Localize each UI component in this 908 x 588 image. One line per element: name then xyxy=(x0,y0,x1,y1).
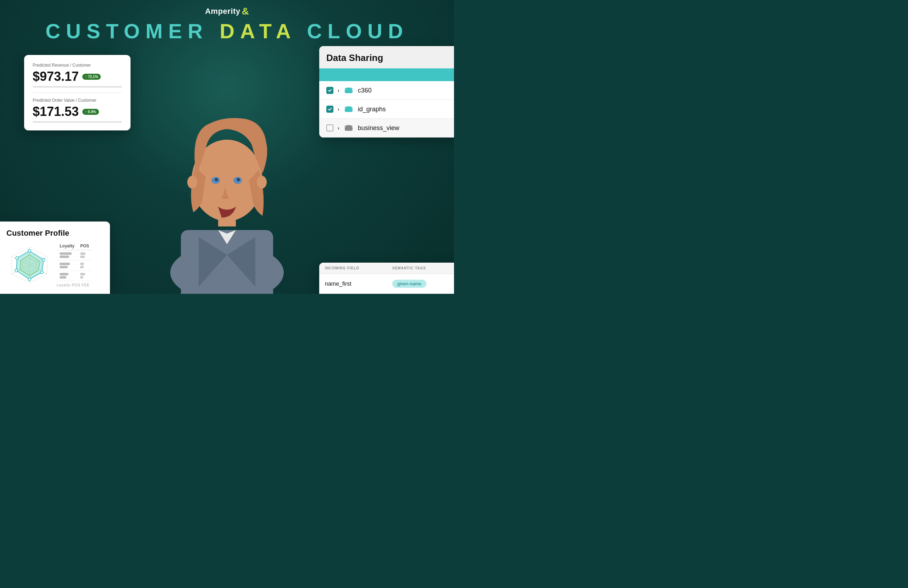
sem-col2: SEMANTIC TAGS xyxy=(386,263,454,274)
revenue-label-2: Predicted Order Value / Customer xyxy=(33,98,122,103)
checkmark-icon-c360 xyxy=(328,88,332,93)
cp-bar-loyalty-2b xyxy=(60,266,68,268)
db-icon-id-graphs xyxy=(344,105,354,113)
cp-col-pos: POS xyxy=(77,242,92,250)
customer-profile-title: Customer Profile xyxy=(6,229,103,238)
svg-point-20 xyxy=(40,271,43,274)
svg-point-7 xyxy=(237,178,240,182)
cp-bar-loyalty-1b xyxy=(60,255,69,258)
header: Amperity & CUSTOMER DATA CLOUD xyxy=(0,0,454,43)
cp-bar-pos-3 xyxy=(80,273,85,275)
svg-point-9 xyxy=(257,176,267,188)
revenue-row-2: $171.53 ↑ 0.4% xyxy=(33,104,122,119)
title-customer: CUSTOMER xyxy=(45,19,208,43)
data-sharing-title: Data Sharing xyxy=(319,46,454,68)
svg-point-21 xyxy=(28,278,31,281)
cp-row-1 xyxy=(57,250,92,260)
person-svg xyxy=(153,60,301,294)
db-icon-business-view xyxy=(344,124,354,132)
ds-row-id-graphs: › id_graphs xyxy=(319,100,454,119)
ds-header-bar xyxy=(319,68,454,81)
logo-ampersand: & xyxy=(242,6,249,16)
revenue-label-1: Predicted Revenue / Customer xyxy=(33,63,122,68)
ds-checkbox-c360[interactable] xyxy=(326,87,333,94)
cp-bar-pos-1 xyxy=(80,252,85,255)
revenue-card: Predicted Revenue / Customer $973.17 ↑ 7… xyxy=(24,55,130,130)
cp-row-2 xyxy=(57,260,92,271)
cp-bar-loyalty-2 xyxy=(60,263,70,265)
cp-bar-pos-2 xyxy=(80,263,84,265)
ds-row-business-view: › business_view xyxy=(319,119,454,138)
main-title: CUSTOMER DATA CLOUD xyxy=(45,19,409,43)
svg-point-6 xyxy=(214,178,218,182)
divider-1 xyxy=(33,93,122,93)
cp-bar-pos-2b xyxy=(80,266,84,268)
customer-profile-table-container: Loyalty POS xyxy=(57,242,103,288)
revenue-row-1: $973.17 ↑ 72.1% xyxy=(33,69,122,84)
svg-point-18 xyxy=(28,249,31,252)
title-cloud: CLOUD xyxy=(307,19,409,43)
ds-label-business-view: business_view xyxy=(358,124,399,132)
ds-checkbox-business-view[interactable] xyxy=(326,124,333,132)
semantic-card: INCOMING FIELD SEMANTIC TAGS name_first … xyxy=(319,263,454,294)
ds-chevron-c360: › xyxy=(338,88,340,93)
svg-point-22 xyxy=(15,269,18,272)
checkmark-icon-id-graphs xyxy=(328,107,332,111)
person-illustration xyxy=(138,53,316,294)
db-icon-c360 xyxy=(344,86,354,95)
svg-point-23 xyxy=(16,257,18,259)
revenue-value-1: $973.17 xyxy=(33,69,79,84)
ds-row-c360: › c360 xyxy=(319,81,454,100)
cp-bar-loyalty-3 xyxy=(60,273,68,275)
cp-bar-pos-3b xyxy=(80,276,83,279)
spider-chart xyxy=(6,242,53,288)
title-data: DATA xyxy=(219,19,295,43)
svg-point-8 xyxy=(187,176,197,188)
customer-profile-content: Loyalty POS xyxy=(6,242,103,288)
cp-bar-loyalty-1 xyxy=(60,252,72,255)
customer-profile-table: Loyalty POS xyxy=(57,242,92,281)
logo-container: Amperity & xyxy=(205,6,249,16)
sem-tag-given-name: given-name xyxy=(392,280,426,288)
ds-chevron-id-graphs: › xyxy=(338,106,340,112)
ds-label-c360: c360 xyxy=(358,87,372,94)
customer-profile-card: Customer Profile xyxy=(0,222,110,294)
data-sharing-card: Data Sharing › c360 › id_graphs xyxy=(319,46,454,138)
cp-row-3 xyxy=(57,271,92,281)
sem-row-name-first: name_first given-name xyxy=(319,274,454,294)
revenue-badge-1: ↑ 72.1% xyxy=(82,74,101,80)
sem-field-name-first: name_first xyxy=(319,274,386,294)
revenue-badge-2: ↑ 0.4% xyxy=(82,109,99,115)
sem-col1: INCOMING FIELD xyxy=(319,263,386,274)
revenue-value-2: $171.53 xyxy=(33,104,79,119)
sem-tag-cell: given-name xyxy=(386,274,454,294)
cp-col-loyalty: Loyalty xyxy=(57,242,77,250)
cp-bar-pos-1b xyxy=(80,255,85,258)
cp-bar-loyalty-3b xyxy=(60,276,66,279)
logo-text: Amperity xyxy=(205,7,240,16)
ds-label-id-graphs: id_graphs xyxy=(358,106,386,113)
svg-point-19 xyxy=(42,259,45,261)
progress-bar-1 xyxy=(33,86,122,88)
sem-header: INCOMING FIELD SEMANTIC TAGS xyxy=(319,263,454,274)
progress-bar-2 xyxy=(33,121,122,123)
loyalty-pos-fee-label: Loyalty POS FEE xyxy=(57,283,103,287)
ds-checkbox-id-graphs[interactable] xyxy=(326,106,333,113)
ds-chevron-business-view: › xyxy=(338,125,340,131)
